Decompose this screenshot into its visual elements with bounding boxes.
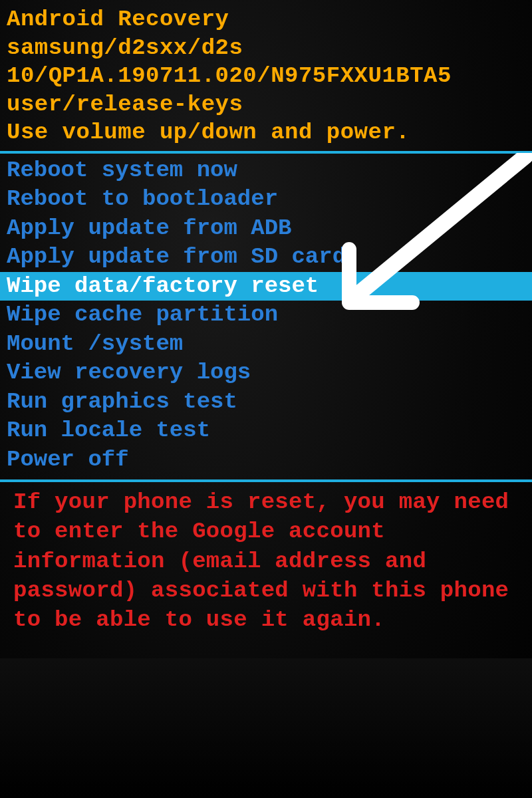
device-info-line-1: samsung/d2sxx/d2s	[7, 34, 525, 63]
device-info-line-2: 10/QP1A.190711.020/N975FXXU1BTA5	[7, 62, 525, 90]
menu-item-wipe-cache[interactable]: Wipe cache partition	[0, 301, 532, 330]
menu-item-reboot-system[interactable]: Reboot system now	[0, 156, 532, 186]
screen-bottom-fill	[0, 658, 532, 798]
menu-item-view-logs[interactable]: View recovery logs	[0, 358, 532, 388]
header-block: Android Recovery samsung/d2sxx/d2s 10/QP…	[0, 5, 532, 147]
page-title: Android Recovery	[7, 5, 525, 34]
menu-item-wipe-data-factory-reset[interactable]: Wipe data/factory reset	[0, 272, 532, 301]
menu-item-mount-system[interactable]: Mount /system	[0, 330, 532, 359]
menu-item-power-off[interactable]: Power off	[0, 446, 532, 475]
menu-item-locale-test[interactable]: Run locale test	[0, 416, 532, 446]
recovery-menu: Reboot system now Reboot to bootloader A…	[0, 155, 532, 476]
menu-item-graphics-test[interactable]: Run graphics test	[0, 388, 532, 417]
divider-bottom	[0, 479, 532, 482]
recovery-screen: Android Recovery samsung/d2sxx/d2s 10/QP…	[0, 0, 532, 798]
navigation-instructions: Use volume up/down and power.	[7, 118, 525, 147]
menu-item-apply-update-adb[interactable]: Apply update from ADB	[0, 214, 532, 243]
menu-item-reboot-bootloader[interactable]: Reboot to bootloader	[0, 185, 532, 214]
frp-warning-text: If your phone is reset, you may need to …	[0, 483, 532, 634]
device-info-line-3: user/release-keys	[7, 90, 525, 119]
menu-item-apply-update-sd[interactable]: Apply update from SD card	[0, 243, 532, 272]
divider-top	[0, 151, 532, 154]
